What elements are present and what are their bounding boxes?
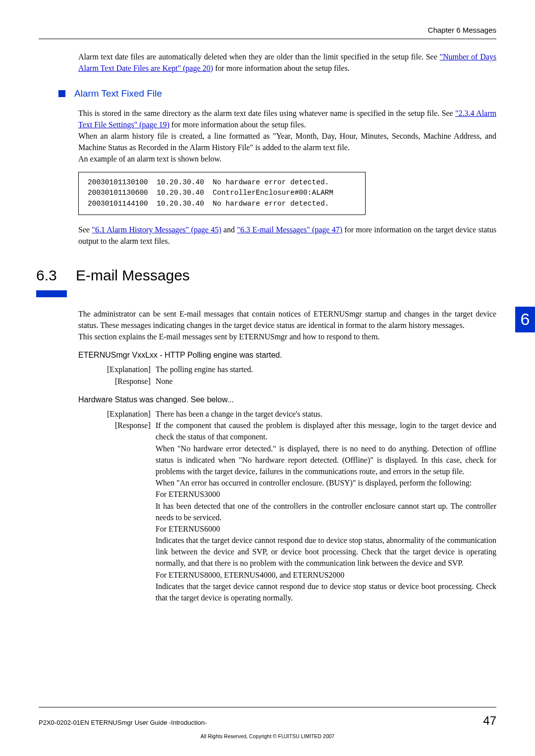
text: for more information about the setup fil… xyxy=(169,120,306,129)
text: When an alarm history file is created, a… xyxy=(78,130,496,153)
text: For ETERNUS8000, ETERNUS4000, and ETERNU… xyxy=(156,569,496,581)
footer-doc-id: P2X0-0202-01EN ETERNUSmgr User Guide -In… xyxy=(39,718,207,728)
text: For ETERNUS6000 xyxy=(156,523,496,535)
subsection-body: This is stored in the same directory as … xyxy=(78,108,496,165)
response-content: None xyxy=(156,376,496,387)
top-rule xyxy=(39,39,496,39)
link-email-messages[interactable]: "6.3 E-mail Messages" (page 47) xyxy=(237,225,342,234)
explanation-label: [Explanation] xyxy=(103,408,156,420)
bottom-rule xyxy=(39,707,496,707)
subsection-heading-row: Alarm Text Fixed File xyxy=(58,87,496,101)
response-label: [Response] xyxy=(103,420,156,431)
chapter-tab: 6 xyxy=(515,307,535,332)
text: Indicates that the target device cannot … xyxy=(156,535,496,569)
text: Alarm text date files are automatically … xyxy=(78,53,439,61)
page-number: 47 xyxy=(483,712,496,730)
response-label: [Response] xyxy=(103,376,156,387)
text: An example of an alarm text is shown bel… xyxy=(78,153,496,164)
explanation-content: The polling engine has started. xyxy=(156,364,496,375)
page-footer: P2X0-0202-01EN ETERNUSmgr User Guide -In… xyxy=(0,707,535,740)
text: See xyxy=(78,225,92,234)
alarm-text-example: 20030101130100 10.20.30.40 No hardware e… xyxy=(78,172,366,215)
message-block: [Explanation] There has been a change in… xyxy=(103,408,496,603)
text: for more information about the setup fil… xyxy=(213,64,349,72)
subsection-title: Alarm Text Fixed File xyxy=(74,87,162,101)
text: Indicates that the target device cannot … xyxy=(156,581,496,603)
text: For ETERNUS3000 xyxy=(156,488,496,500)
intro-paragraph: Alarm text date files are automatically … xyxy=(78,51,496,74)
text: and xyxy=(221,225,237,234)
footer-copyright: All Rights Reserved, Copyright © FUJITSU… xyxy=(39,733,496,740)
link-alarm-history[interactable]: "6.1 Alarm History Messages" (page 45) xyxy=(92,225,221,234)
text: If the component that caused the problem… xyxy=(156,420,496,442)
section-number: 6.3 xyxy=(36,265,76,286)
square-bullet-icon xyxy=(58,90,65,97)
response-content: If the component that caused the problem… xyxy=(156,420,496,603)
message-block: [Explanation] The polling engine has sta… xyxy=(103,364,496,386)
section-underline-icon xyxy=(36,290,67,297)
section-intro: The administrator can be sent E-mail mes… xyxy=(78,308,496,343)
text: This is stored in the same directory as … xyxy=(78,109,455,117)
text: The administrator can be sent E-mail mes… xyxy=(78,308,496,331)
text: It has been detected that one of the con… xyxy=(156,500,496,523)
section-heading-row: 6.3 E-mail Messages xyxy=(39,265,496,286)
text: When "No hardware error detected." is di… xyxy=(156,443,496,478)
message-title: ETERNUSmgr VxxLxx - HTTP Polling engine … xyxy=(78,349,496,361)
chapter-header: Chapter 6 Messages xyxy=(39,25,496,36)
text: When "An error has occurred in controlle… xyxy=(156,477,496,488)
message-title: Hardware Status was changed. See below..… xyxy=(78,394,496,405)
text: This section explains the E-mail message… xyxy=(78,331,496,342)
explanation-label: [Explanation] xyxy=(103,364,156,375)
see-also: See "6.1 Alarm History Messages" (page 4… xyxy=(78,224,496,247)
section-title: E-mail Messages xyxy=(76,265,190,286)
explanation-content: There has been a change in the target de… xyxy=(156,408,496,420)
